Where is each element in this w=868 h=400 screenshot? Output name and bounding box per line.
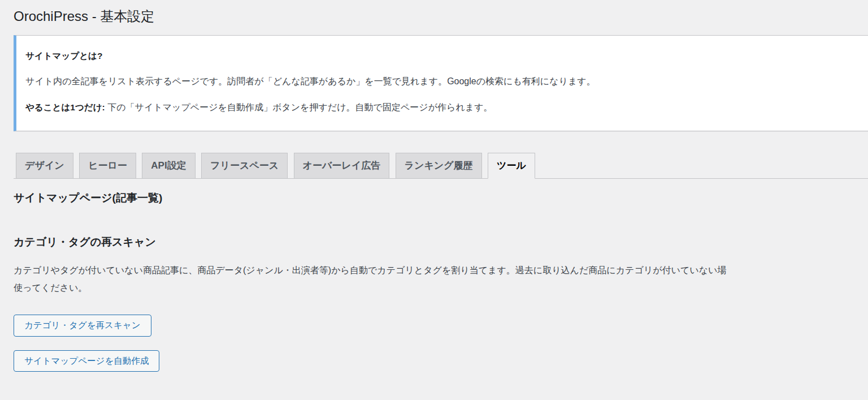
create-sitemap-page-button[interactable]: サイトマップページを自動作成: [14, 350, 159, 372]
notice-step-text: 下の「サイトマップページを自動作成」ボタンを押すだけ。自動で固定ページが作られま…: [107, 102, 492, 112]
settings-tab-bar: デザイン ヒーロー API設定 フリースペース オーバーレイ広告 ランキング履歴…: [14, 153, 868, 179]
rescan-section-heading: カテゴリ・タグの再スキャン: [14, 235, 868, 250]
rescan-description: カテゴリやタグが付いていない商品記事に、商品データ(ジャンル・出演者等)から自動…: [14, 261, 868, 296]
rescan-description-line1: カテゴリやタグが付いていない商品記事に、商品データ(ジャンル・出演者等)から自動…: [14, 265, 726, 275]
settings-page: OrochiPress - 基本設定 サイトマップとは? サイト内の全記事をリス…: [0, 0, 868, 372]
tab-api-settings[interactable]: API設定: [142, 153, 195, 178]
tab-hero[interactable]: ヒーロー: [79, 153, 136, 178]
tab-free-space[interactable]: フリースペース: [201, 153, 288, 178]
notice-body: サイト内の全記事をリスト表示するページです。訪問者が「どんな記事があるか」を一覧…: [25, 75, 868, 89]
sitemap-button-row: サイトマップページを自動作成: [14, 350, 868, 372]
tab-overlay-ads[interactable]: オーバーレイ広告: [294, 153, 390, 178]
rescan-description-line2: 使ってください。: [14, 283, 87, 293]
page-title: OrochiPress - 基本設定: [14, 6, 868, 27]
sitemap-section-heading: サイトマップページ(記事一覧): [14, 191, 868, 206]
rescan-button-row: カテゴリ・タグを再スキャン: [14, 315, 868, 336]
rescan-categories-tags-button[interactable]: カテゴリ・タグを再スキャン: [14, 315, 151, 336]
tab-design[interactable]: デザイン: [16, 153, 73, 178]
tab-tools[interactable]: ツール: [488, 153, 535, 179]
notice-heading: サイトマップとは?: [25, 49, 868, 63]
notice-step: やることは1つだけ: 下の「サイトマップページを自動作成」ボタンを押すだけ。自動…: [25, 101, 868, 115]
tab-ranking-history[interactable]: ランキング履歴: [396, 153, 482, 178]
notice-step-label: やることは1つだけ:: [25, 102, 105, 112]
sitemap-info-notice: サイトマップとは? サイト内の全記事をリスト表示するページです。訪問者が「どんな…: [14, 35, 868, 131]
